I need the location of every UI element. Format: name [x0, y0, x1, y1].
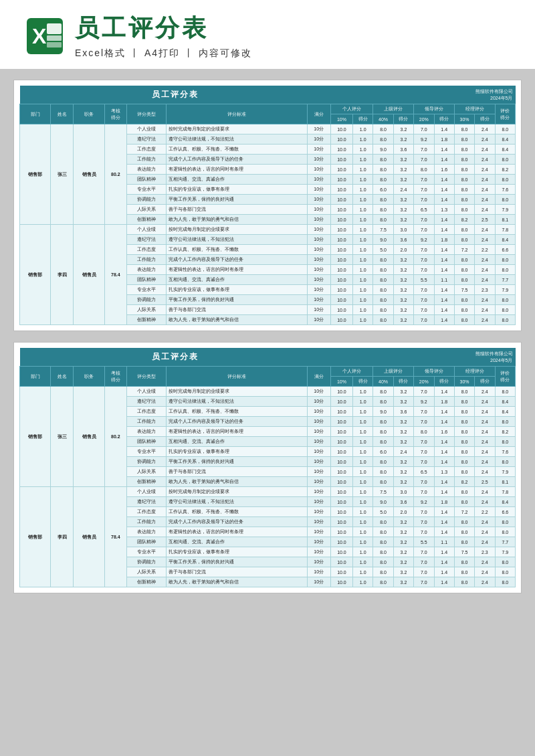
cell-p2-r9-c14: 2.4: [475, 577, 495, 587]
cell-p1-r6-c14: 2.4: [475, 447, 495, 457]
cell-p1-r9-c6: 10分: [307, 215, 330, 225]
cell-p1-r9-c9: 8.0: [373, 215, 393, 225]
cell-p2-r6-c10: 3.2: [393, 285, 413, 295]
cell-p1-r7-c10: 3.2: [393, 457, 413, 467]
cell-person1-1: 张三: [51, 387, 74, 487]
cell-p2-r9-c4: 创新精神: [126, 315, 166, 325]
cell-p1-r2-c11: 7.0: [414, 145, 434, 155]
cell-p1-r6-c12: 1.4: [434, 185, 454, 195]
cell-p2-r4-c5: 有逻辑性的表达，语言的同时有条理: [166, 265, 307, 275]
cell-p2-r0-c9: 7.5: [373, 225, 393, 235]
cell-p2-r5-c4: 团队精神: [126, 275, 166, 285]
cell-p2-r0-c9: 7.5: [373, 487, 393, 497]
cell-p2-r8-c5: 善于与各部门交流: [166, 305, 307, 315]
cell-p2-r5-c7: 10.0: [330, 537, 352, 547]
cell-p2-r5-c11: 5.5: [414, 275, 434, 285]
company-info: 熊猫软件有限公司 2024年5月: [330, 86, 515, 104]
cell-p2-r2-c12: 1.4: [434, 507, 454, 517]
th-standard: 评分标准: [166, 104, 307, 124]
th-personal-2: 个人评分: [330, 367, 373, 377]
cell-p1-r4-c13: 8.0: [454, 427, 474, 437]
cell-p1-r1-c8: 1.0: [353, 397, 373, 407]
cell-p2-r6-c11: 7.0: [414, 547, 434, 557]
cell-p2-r1-c11: 9.2: [414, 497, 434, 507]
cell-p2-r9-c13: 8.0: [454, 577, 474, 587]
cell-p1-r1-c4: 遵纪守法: [126, 397, 166, 407]
cell-p2-r8-c14: 2.4: [475, 567, 495, 577]
cell-p2-r2-c7: 10.0: [330, 507, 352, 517]
cell-p1-r6-c7: 10.0: [330, 447, 352, 457]
cell-p1-r2-c6: 10分: [307, 407, 330, 417]
cell-p1-r7-c5: 平衡工作关系，保持的良好沟通: [166, 195, 307, 205]
table-title-2: 员工评分表: [20, 348, 331, 367]
cell-p2-r2-c7: 10.0: [330, 245, 352, 255]
th-personal: 个人评分: [330, 104, 373, 114]
cell-p2-r2-c15: 6.6: [495, 507, 515, 517]
header-text: 员工评分表 Excel格式 丨 A4打印 丨 内容可修改: [75, 12, 252, 60]
cell-p1-r6-c10: 2.4: [393, 185, 413, 195]
cell-p2-r6-c5: 扎实的专业应该，做事有条理: [166, 285, 307, 295]
cell-p2-r6-c8: 1.0: [353, 547, 373, 557]
cell-p2-r3-c12: 1.4: [434, 517, 454, 527]
cell-p2-r4-c14: 2.4: [475, 265, 495, 275]
cell-p2-r1-c8: 1.0: [353, 497, 373, 507]
cell-person2-1: 李四: [51, 225, 74, 325]
cell-p1-r1-c15: 8.4: [495, 134, 515, 145]
cell-p1-r0-c12: 1.4: [434, 124, 454, 134]
th-eval-2: 评价得分: [495, 367, 515, 387]
table-row: 销售部张三销售员80.2个人业绩按时完成每月制定的业绩要求10分10.01.08…: [20, 124, 516, 134]
cell-p2-r1-c12: 1.8: [434, 497, 454, 507]
cell-p2-r2-c14: 2.2: [475, 507, 495, 517]
th-manager: 经理评分: [454, 104, 495, 114]
cell-p1-r3-c7: 10.0: [330, 155, 352, 165]
cell-p1-r8-c6: 10分: [307, 205, 330, 215]
table-title-row: 员工评分表 熊猫软件有限公司 2024年5月: [20, 86, 516, 104]
th-leader-2: 领导评分: [414, 367, 455, 377]
cell-p1-r7-c11: 7.0: [414, 195, 434, 205]
cell-p1-r9-c5: 敢为人先，敢于第知的勇气和自信: [166, 215, 307, 225]
cell-p2-r3-c14: 2.4: [475, 517, 495, 527]
cell-p2-r4-c9: 8.0: [373, 265, 393, 275]
cell-p1-r5-c9: 8.0: [373, 437, 393, 447]
cell-person2-3: 78.4: [104, 225, 126, 325]
svg-rect-4: [47, 42, 62, 48]
cell-p2-r9-c8: 1.0: [353, 577, 373, 587]
cell-p2-r5-c14: 2.4: [475, 537, 495, 547]
cell-p2-r3-c6: 10分: [307, 517, 330, 527]
cell-p2-r3-c15: 8.0: [495, 255, 515, 265]
cell-p2-r9-c15: 8.0: [495, 577, 515, 587]
cell-p1-r7-c11: 7.0: [414, 457, 434, 467]
cell-p2-r9-c4: 创新精神: [126, 577, 166, 587]
cell-p2-r5-c15: 7.7: [495, 275, 515, 285]
col-header-row-2: 部门 姓名 职务 考核得分 评分类型 评分标准 满分 个人评分 上级评分 领导评…: [20, 367, 516, 377]
cell-p1-r3-c6: 10分: [307, 417, 330, 427]
cell-p1-r8-c12: 1.3: [434, 467, 454, 477]
cell-p2-r2-c13: 7.2: [454, 507, 474, 517]
cell-person1-3: 80.2: [104, 124, 126, 225]
cell-p2-r0-c14: 2.4: [475, 225, 495, 235]
cell-p1-r6-c15: 7.6: [495, 185, 515, 195]
cell-p1-r5-c8: 1.0: [353, 437, 373, 447]
cell-p2-r9-c11: 7.0: [414, 577, 434, 587]
cell-p2-r0-c11: 7.0: [414, 225, 434, 235]
cell-p1-r0-c10: 3.2: [393, 387, 413, 397]
cell-p1-r1-c11: 9.2: [414, 134, 434, 145]
cell-p1-r1-c15: 8.4: [495, 397, 515, 407]
cell-p2-r0-c15: 7.8: [495, 225, 515, 235]
cell-p1-r4-c11: 8.0: [414, 165, 434, 175]
cell-p1-r3-c13: 8.0: [454, 417, 474, 427]
cell-p1-r2-c7: 10.0: [330, 407, 352, 417]
cell-p1-r2-c10: 3.6: [393, 145, 413, 155]
cell-p2-r5-c13: 8.0: [454, 275, 474, 285]
cell-p1-r9-c13: 8.2: [454, 215, 474, 225]
cell-p2-r6-c4: 专业水平: [126, 547, 166, 557]
cell-person2-3: 78.4: [104, 487, 126, 587]
cell-p2-r6-c6: 10分: [307, 285, 330, 295]
cell-person1-3: 80.2: [104, 387, 126, 487]
cell-p1-r8-c8: 1.0: [353, 467, 373, 477]
cell-p1-r0-c8: 1.0: [353, 124, 373, 134]
cell-p1-r4-c13: 8.0: [454, 165, 474, 175]
cell-p2-r3-c6: 10分: [307, 255, 330, 265]
cell-p2-r8-c6: 10分: [307, 305, 330, 315]
cell-p1-r3-c11: 7.0: [414, 155, 434, 165]
